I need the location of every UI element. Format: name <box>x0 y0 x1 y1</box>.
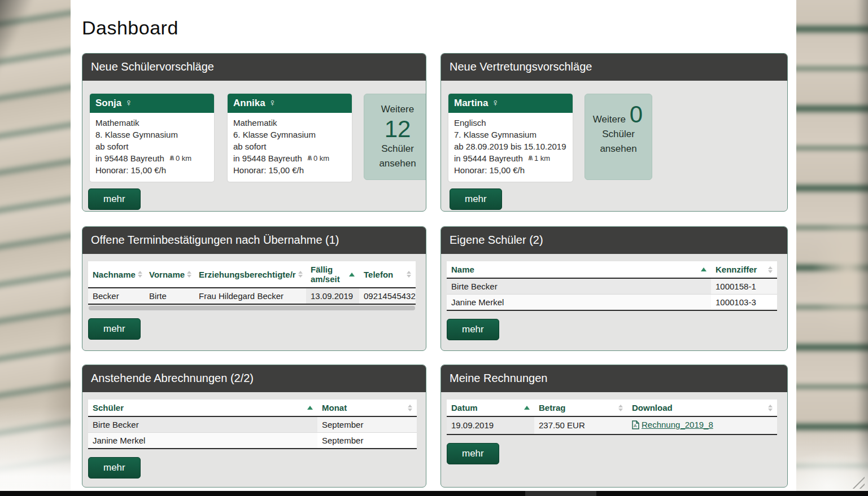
student-grade: 8. Klasse Gymnasium <box>95 129 208 141</box>
student-name: Annika <box>233 98 265 108</box>
student-distance: 1 km <box>534 152 550 164</box>
mehr-button-eigene-schueler[interactable]: mehr <box>447 319 499 340</box>
cell-name: Janine Merkel <box>447 295 711 311</box>
sort-icon <box>768 266 773 273</box>
column-header-download[interactable]: Download <box>627 400 777 416</box>
panel-body: Nachname Vorname Erziehungsberechtigte/r… <box>82 254 426 347</box>
cell-schueler: Birte Becker <box>88 416 317 433</box>
table-row: Becker Birte Frau Hildegard Becker 13.09… <box>88 288 416 304</box>
mehr-button-schuelervorschlaege[interactable]: mehr <box>88 188 141 210</box>
table-row: Janine Merkel 1000103-3 <box>447 295 777 311</box>
distance-icon: /i\ <box>170 152 173 164</box>
table-row: Birte Becker September <box>88 416 417 433</box>
pdf-file-icon: A <box>632 420 639 429</box>
panel-offene-terminbestaetigungen: Offene Terminbestätigungen nach Übernahm… <box>82 226 426 351</box>
column-header-datum[interactable]: Datum <box>447 400 534 416</box>
mehr-button-abrechnungen[interactable]: mehr <box>88 457 141 479</box>
invoice-download-link[interactable]: A Rechnung_2019_8 <box>632 420 713 429</box>
svg-text:A: A <box>634 423 637 428</box>
weitere-schueler-box[interactable]: Weitere 0 Schüler ansehen <box>585 94 652 180</box>
table-row: 19.09.2019 237.50 EUR A Rechnung_201 <box>447 416 777 434</box>
cell-vorname: Birte <box>145 288 194 304</box>
mehr-button-terminbestaetigungen[interactable]: mehr <box>88 318 141 340</box>
weitere-prefix: Weitere <box>381 104 414 115</box>
termine-table: Nachname Vorname Erziehungsberechtigte/r… <box>88 261 416 305</box>
student-location: in 95448 Bayreuth <box>95 152 164 164</box>
weitere-count: 0 <box>629 101 644 128</box>
sort-icon <box>408 405 412 411</box>
student-distance: 0 km <box>176 152 191 164</box>
weitere-schueler-box[interactable]: Weitere 12 Schüler ansehen <box>364 94 426 180</box>
column-header-telefon[interactable]: Telefon <box>359 261 416 288</box>
panel-body: Name Kennziffer Birte Becker 1000158-1 J… <box>441 254 787 348</box>
column-header-schueler[interactable]: Schüler <box>88 400 317 416</box>
student-subject: Mathematik <box>233 117 346 129</box>
background-books-left <box>0 0 71 496</box>
student-period: ab sofort <box>95 141 208 152</box>
panel-title: Anstehende Abrechnungen (2/2) <box>82 365 426 392</box>
panel-anstehende-abrechnungen: Anstehende Abrechnungen (2/2) Schüler Mo… <box>82 365 426 488</box>
column-label: Telefon <box>364 270 393 279</box>
student-location: in 95448 Bayreuth <box>233 152 302 164</box>
cell-telefon: 09214545432 <box>359 288 416 304</box>
cell-betrag: 237.50 EUR <box>534 416 627 434</box>
cell-monat: September <box>317 433 417 449</box>
student-card-body: Mathematik 8. Klasse Gymnasium ab sofort… <box>90 113 214 182</box>
panel-title: Meine Rechnungen <box>441 365 787 392</box>
student-grade: 7. Klasse Gymnasium <box>454 129 567 141</box>
table-header-row: Datum Betrag Download <box>447 400 777 416</box>
mehr-button-rechnungen[interactable]: mehr <box>447 443 499 464</box>
cell-datum: 19.09.2019 <box>447 416 534 434</box>
column-header-monat[interactable]: Monat <box>317 400 417 416</box>
sort-ascending-icon <box>701 267 706 271</box>
student-card-martina: Martina♀ Englisch 7. Klasse Gymnasium ab… <box>448 94 573 182</box>
mehr-button-vertretungsvorschlaege[interactable]: mehr <box>450 188 502 210</box>
panel-neue-vertretungsvorschlaege: Neue Vertretungsvorschläge Martina♀ Engl… <box>440 53 788 212</box>
panel-title: Neue Schülervorschläge <box>82 54 426 81</box>
column-label: Nachname <box>93 270 136 279</box>
panel-body: Martina♀ Englisch 7. Klasse Gymnasium ab… <box>441 81 787 182</box>
sort-icon <box>298 271 303 278</box>
column-label: Fällig am/seit <box>311 265 347 284</box>
cell-kennziffer: 1000103-3 <box>711 295 777 311</box>
student-rate: Honorar: 15,00 €/h <box>233 164 346 176</box>
column-header-vorname[interactable]: Vorname <box>145 261 194 288</box>
background-books-right <box>796 0 868 496</box>
student-card-annika: Annika♀ Mathematik 6. Klasse Gymnasium a… <box>228 94 352 182</box>
table-header-row: Name Kennziffer <box>447 261 777 278</box>
student-subject: Mathematik <box>95 117 208 129</box>
horizontal-scrollbar[interactable] <box>89 306 415 310</box>
page-title: Dashboard <box>82 17 796 39</box>
distance-icon: /i\ <box>529 152 532 164</box>
cell-monat: September <box>317 416 417 433</box>
column-label: Kennziffer <box>716 265 757 274</box>
column-header-name[interactable]: Name <box>447 261 711 278</box>
column-header-faellig[interactable]: Fällig am/seit <box>306 261 359 288</box>
table-row: Janine Merkel September <box>88 433 417 449</box>
student-card-header: Martina♀ <box>448 94 573 113</box>
column-header-betrag[interactable]: Betrag <box>534 400 627 416</box>
student-rate: Honorar: 15,00 €/h <box>95 164 208 176</box>
column-header-kennziffer[interactable]: Kennziffer <box>711 261 777 278</box>
cell-faellig: 13.09.2019 <box>306 288 359 304</box>
cell-name: Birte Becker <box>447 278 711 295</box>
column-header-erziehungsberechtigte[interactable]: Erziehungsberechtigte/r <box>194 261 306 288</box>
student-period: ab 28.09.2019 bis 15.10.2019 <box>454 141 567 152</box>
panel-body: Schüler Monat Birte Becker September Jan… <box>82 392 426 486</box>
student-location: in 95444 Bayreuth <box>454 152 523 164</box>
sort-icon <box>187 271 191 278</box>
cell-nachname: Becker <box>88 288 145 304</box>
column-label: Betrag <box>539 403 566 412</box>
panel-neue-schuelervorschlaege: Neue Schülervorschläge Sonja♀ Mathematik… <box>82 53 426 212</box>
student-distance: 0 km <box>313 152 329 164</box>
student-subject: Englisch <box>454 117 567 129</box>
column-header-nachname[interactable]: Nachname <box>88 261 145 288</box>
panel-title: Eigene Schüler (2) <box>441 227 787 254</box>
column-label: Download <box>632 403 673 412</box>
sort-ascending-icon <box>524 406 530 410</box>
weitere-prefix: Weitere <box>593 114 626 125</box>
weitere-suffix: Schüler ansehen <box>379 143 416 169</box>
female-gender-icon: ♀ <box>125 97 133 108</box>
student-rate: Honorar: 15,00 €/h <box>454 164 567 176</box>
table-header-row: Nachname Vorname Erziehungsberechtigte/r… <box>88 261 416 288</box>
